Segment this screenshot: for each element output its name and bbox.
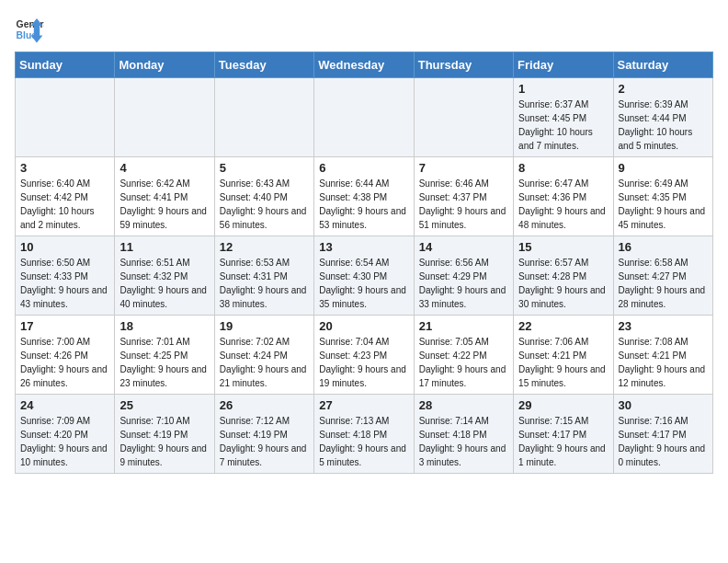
day-info: Sunrise: 7:15 AM Sunset: 4:17 PM Dayligh… xyxy=(518,414,608,469)
day-number: 4 xyxy=(119,161,209,175)
calendar-cell: 5Sunrise: 6:43 AM Sunset: 4:40 PM Daylig… xyxy=(214,157,313,236)
day-number: 6 xyxy=(319,161,408,175)
weekday-header-friday: Friday xyxy=(514,52,613,78)
weekday-header-saturday: Saturday xyxy=(613,52,712,78)
day-info: Sunrise: 6:49 AM Sunset: 4:35 PM Dayligh… xyxy=(619,177,708,232)
day-number: 2 xyxy=(619,82,708,96)
weekday-header-wednesday: Wednesday xyxy=(314,52,414,78)
day-number: 23 xyxy=(619,319,708,333)
day-info: Sunrise: 6:57 AM Sunset: 4:28 PM Dayligh… xyxy=(518,256,608,311)
calendar-cell: 22Sunrise: 7:06 AM Sunset: 4:21 PM Dayli… xyxy=(514,316,613,395)
day-info: Sunrise: 6:56 AM Sunset: 4:29 PM Dayligh… xyxy=(419,256,508,311)
day-number: 26 xyxy=(220,398,309,412)
day-number: 3 xyxy=(20,161,109,175)
day-info: Sunrise: 6:42 AM Sunset: 4:41 PM Dayligh… xyxy=(119,177,209,232)
day-info: Sunrise: 6:43 AM Sunset: 4:40 PM Dayligh… xyxy=(220,177,309,232)
weekday-header-sunday: Sunday xyxy=(16,52,115,78)
day-info: Sunrise: 7:12 AM Sunset: 4:19 PM Dayligh… xyxy=(220,414,309,469)
calendar-cell: 4Sunrise: 6:42 AM Sunset: 4:41 PM Daylig… xyxy=(115,157,214,236)
day-info: Sunrise: 7:01 AM Sunset: 4:25 PM Dayligh… xyxy=(119,335,209,390)
day-info: Sunrise: 7:02 AM Sunset: 4:24 PM Dayligh… xyxy=(220,335,309,390)
calendar-cell: 19Sunrise: 7:02 AM Sunset: 4:24 PM Dayli… xyxy=(214,316,313,395)
day-number: 13 xyxy=(319,240,408,254)
day-info: Sunrise: 7:05 AM Sunset: 4:22 PM Dayligh… xyxy=(419,335,508,390)
calendar-cell: 9Sunrise: 6:49 AM Sunset: 4:35 PM Daylig… xyxy=(613,157,712,236)
day-number: 11 xyxy=(119,240,209,254)
day-number: 5 xyxy=(220,161,309,175)
day-info: Sunrise: 7:13 AM Sunset: 4:18 PM Dayligh… xyxy=(319,414,408,469)
calendar-cell: 24Sunrise: 7:09 AM Sunset: 4:20 PM Dayli… xyxy=(16,395,115,474)
weekday-header-tuesday: Tuesday xyxy=(214,52,313,78)
calendar-cell xyxy=(414,78,513,157)
day-info: Sunrise: 6:50 AM Sunset: 4:33 PM Dayligh… xyxy=(20,256,109,311)
day-info: Sunrise: 6:47 AM Sunset: 4:36 PM Dayligh… xyxy=(518,177,608,232)
weekday-header-thursday: Thursday xyxy=(414,52,513,78)
calendar-cell: 10Sunrise: 6:50 AM Sunset: 4:33 PM Dayli… xyxy=(16,236,115,316)
calendar-cell: 23Sunrise: 7:08 AM Sunset: 4:21 PM Dayli… xyxy=(613,316,712,395)
day-number: 25 xyxy=(119,398,209,412)
day-info: Sunrise: 7:06 AM Sunset: 4:21 PM Dayligh… xyxy=(518,335,608,390)
calendar-cell: 8Sunrise: 6:47 AM Sunset: 4:36 PM Daylig… xyxy=(514,157,613,236)
calendar-cell: 3Sunrise: 6:40 AM Sunset: 4:42 PM Daylig… xyxy=(16,157,115,236)
logo: General Blue xyxy=(15,15,48,44)
day-info: Sunrise: 7:00 AM Sunset: 4:26 PM Dayligh… xyxy=(20,335,109,390)
day-info: Sunrise: 7:10 AM Sunset: 4:19 PM Dayligh… xyxy=(119,414,209,469)
calendar-cell: 28Sunrise: 7:14 AM Sunset: 4:18 PM Dayli… xyxy=(414,395,513,474)
day-number: 22 xyxy=(518,319,608,333)
day-info: Sunrise: 7:09 AM Sunset: 4:20 PM Dayligh… xyxy=(20,414,109,469)
day-number: 27 xyxy=(319,398,408,412)
calendar-cell: 26Sunrise: 7:12 AM Sunset: 4:19 PM Dayli… xyxy=(214,395,313,474)
header: General Blue xyxy=(15,15,713,44)
calendar-cell xyxy=(16,78,115,157)
calendar-cell: 13Sunrise: 6:54 AM Sunset: 4:30 PM Dayli… xyxy=(314,236,414,316)
weekday-header-monday: Monday xyxy=(115,52,214,78)
calendar-cell: 1Sunrise: 6:37 AM Sunset: 4:45 PM Daylig… xyxy=(514,78,613,157)
day-number: 29 xyxy=(518,398,608,412)
day-number: 24 xyxy=(20,398,109,412)
day-number: 28 xyxy=(419,398,508,412)
calendar-cell: 17Sunrise: 7:00 AM Sunset: 4:26 PM Dayli… xyxy=(16,316,115,395)
calendar-cell: 15Sunrise: 6:57 AM Sunset: 4:28 PM Dayli… xyxy=(514,236,613,316)
day-number: 16 xyxy=(619,240,708,254)
calendar-cell: 16Sunrise: 6:58 AM Sunset: 4:27 PM Dayli… xyxy=(613,236,712,316)
day-info: Sunrise: 7:14 AM Sunset: 4:18 PM Dayligh… xyxy=(419,414,508,469)
calendar-cell: 7Sunrise: 6:46 AM Sunset: 4:37 PM Daylig… xyxy=(414,157,513,236)
calendar-table: SundayMondayTuesdayWednesdayThursdayFrid… xyxy=(15,52,713,474)
calendar-cell: 11Sunrise: 6:51 AM Sunset: 4:32 PM Dayli… xyxy=(115,236,214,316)
calendar-cell: 12Sunrise: 6:53 AM Sunset: 4:31 PM Dayli… xyxy=(214,236,313,316)
day-number: 20 xyxy=(319,319,408,333)
day-info: Sunrise: 7:08 AM Sunset: 4:21 PM Dayligh… xyxy=(619,335,708,390)
day-number: 8 xyxy=(518,161,608,175)
day-number: 17 xyxy=(20,319,109,333)
day-number: 21 xyxy=(419,319,508,333)
day-info: Sunrise: 7:16 AM Sunset: 4:17 PM Dayligh… xyxy=(619,414,708,469)
day-info: Sunrise: 6:39 AM Sunset: 4:44 PM Dayligh… xyxy=(619,98,708,153)
calendar-cell: 30Sunrise: 7:16 AM Sunset: 4:17 PM Dayli… xyxy=(613,395,712,474)
calendar-cell: 18Sunrise: 7:01 AM Sunset: 4:25 PM Dayli… xyxy=(115,316,214,395)
day-number: 30 xyxy=(619,398,708,412)
day-number: 12 xyxy=(220,240,309,254)
calendar-cell: 20Sunrise: 7:04 AM Sunset: 4:23 PM Dayli… xyxy=(314,316,414,395)
day-number: 1 xyxy=(518,82,608,96)
calendar-cell xyxy=(214,78,313,157)
day-number: 15 xyxy=(518,240,608,254)
calendar-cell: 25Sunrise: 7:10 AM Sunset: 4:19 PM Dayli… xyxy=(115,395,214,474)
calendar-cell xyxy=(115,78,214,157)
day-info: Sunrise: 6:53 AM Sunset: 4:31 PM Dayligh… xyxy=(220,256,309,311)
day-number: 18 xyxy=(119,319,209,333)
day-number: 9 xyxy=(619,161,708,175)
day-number: 19 xyxy=(220,319,309,333)
calendar-cell: 6Sunrise: 6:44 AM Sunset: 4:38 PM Daylig… xyxy=(314,157,414,236)
calendar-cell: 27Sunrise: 7:13 AM Sunset: 4:18 PM Dayli… xyxy=(314,395,414,474)
day-info: Sunrise: 6:40 AM Sunset: 4:42 PM Dayligh… xyxy=(20,177,109,232)
day-info: Sunrise: 6:44 AM Sunset: 4:38 PM Dayligh… xyxy=(319,177,408,232)
logo-icon: General Blue xyxy=(15,15,44,44)
day-info: Sunrise: 7:04 AM Sunset: 4:23 PM Dayligh… xyxy=(319,335,408,390)
calendar-cell xyxy=(314,78,414,157)
calendar-cell: 21Sunrise: 7:05 AM Sunset: 4:22 PM Dayli… xyxy=(414,316,513,395)
day-number: 7 xyxy=(419,161,508,175)
calendar-cell: 29Sunrise: 7:15 AM Sunset: 4:17 PM Dayli… xyxy=(514,395,613,474)
calendar-cell: 2Sunrise: 6:39 AM Sunset: 4:44 PM Daylig… xyxy=(613,78,712,157)
day-info: Sunrise: 6:58 AM Sunset: 4:27 PM Dayligh… xyxy=(619,256,708,311)
day-info: Sunrise: 6:37 AM Sunset: 4:45 PM Dayligh… xyxy=(518,98,608,153)
